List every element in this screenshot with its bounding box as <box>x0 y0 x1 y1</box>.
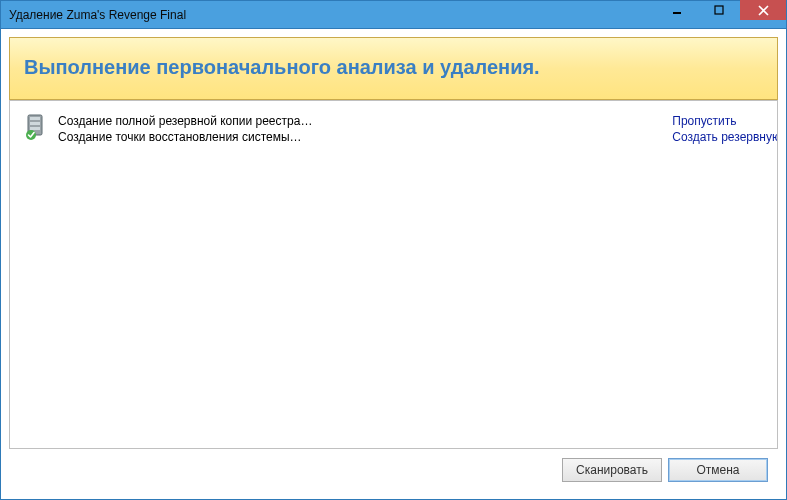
links-column: Пропустить Создать резервную <box>652 113 778 145</box>
window-title: Удаление Zuma's Revenge Final <box>1 8 186 22</box>
minimize-button[interactable] <box>656 0 698 20</box>
status-line-1: Создание полной резервной копии реестра… <box>58 113 652 129</box>
titlebar: Удаление Zuma's Revenge Final <box>1 1 786 29</box>
create-backup-link[interactable]: Создать резервную <box>672 129 778 145</box>
close-button[interactable] <box>740 0 786 20</box>
cancel-button[interactable]: Отмена <box>668 458 768 482</box>
header-panel: Выполнение первоначального анализа и уда… <box>9 37 778 100</box>
svg-rect-4 <box>30 122 40 125</box>
maximize-button[interactable] <box>698 0 740 20</box>
content-panel: Создание полной резервной копии реестра…… <box>9 100 778 449</box>
window: Удаление Zuma's Revenge Final Выполнение… <box>0 0 787 500</box>
backup-icon <box>22 113 54 145</box>
page-title: Выполнение первоначального анализа и уда… <box>24 56 763 79</box>
svg-rect-3 <box>30 117 40 120</box>
status-text: Создание полной резервной копии реестра…… <box>54 113 652 145</box>
client-area: Выполнение первоначального анализа и уда… <box>1 29 786 499</box>
svg-rect-5 <box>30 127 40 130</box>
skip-link[interactable]: Пропустить <box>672 113 778 129</box>
window-controls <box>656 1 786 28</box>
svg-rect-1 <box>715 6 723 14</box>
scan-button[interactable]: Сканировать <box>562 458 662 482</box>
status-row: Создание полной резервной копии реестра…… <box>22 113 777 145</box>
status-line-2: Создание точки восстановления системы… <box>58 129 652 145</box>
footer: Сканировать Отмена <box>9 449 778 491</box>
svg-point-6 <box>26 130 36 140</box>
svg-rect-0 <box>673 12 681 14</box>
